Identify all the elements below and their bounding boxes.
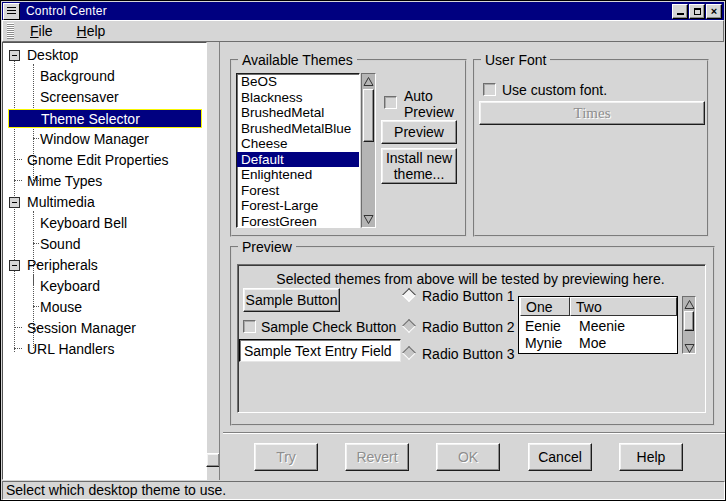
sidebar-item-screensaver[interactable]: Screensaver xyxy=(3,87,206,108)
menubar: File Help xyxy=(2,20,724,42)
table-cell-clipped: Tiger xyxy=(579,352,610,354)
theme-list-item[interactable]: ForestGreen xyxy=(237,214,359,229)
sidebar-item-mouse[interactable]: Mouse xyxy=(3,297,206,318)
close-button[interactable]: × xyxy=(706,4,722,19)
use-custom-font-label: Use custom font. xyxy=(502,82,607,98)
minimize-button[interactable] xyxy=(672,4,688,19)
table-cell-clipped: Catcha xyxy=(525,352,569,354)
collapse-expander-icon[interactable] xyxy=(9,197,20,208)
sidebar-item-multimedia[interactable]: Multimedia xyxy=(3,192,206,213)
preview-frame-title: Preview xyxy=(238,239,296,255)
cancel-button[interactable]: Cancel xyxy=(528,443,592,471)
menu-help[interactable]: Help xyxy=(69,21,114,41)
window-menu-icon[interactable] xyxy=(3,3,20,20)
sidebar-item-window-manager[interactable]: Window Manager xyxy=(3,129,206,150)
sidebar-tree: Desktop Background Screensaver Theme Sel… xyxy=(2,42,207,480)
titlebar-buttons: × xyxy=(672,4,722,19)
sidebar-item-theme-selector[interactable]: Theme Selector xyxy=(8,109,202,128)
table-cell: Mynie xyxy=(525,335,562,351)
collapse-expander-icon[interactable] xyxy=(9,260,20,271)
try-button[interactable]: Try xyxy=(254,443,318,471)
sidebar-item-peripherals[interactable]: Peripherals xyxy=(3,255,206,276)
user-font-frame-title: User Font xyxy=(481,52,550,68)
available-themes-frame-title: Available Themes xyxy=(238,52,357,68)
theme-list-item[interactable]: BrushedMetalBlue xyxy=(237,121,359,137)
titlebar[interactable]: Control Center × xyxy=(2,2,724,20)
table-header-one[interactable]: One xyxy=(520,297,570,316)
sidebar-item-keyboard-bell[interactable]: Keyboard Bell xyxy=(3,213,206,234)
preview-button[interactable]: Preview xyxy=(381,120,457,144)
theme-list-item-selected[interactable]: Default xyxy=(237,152,359,168)
theme-list: BeOS Blackness BrushedMetal BrushedMetal… xyxy=(236,73,360,228)
scroll-up-icon[interactable] xyxy=(362,75,375,88)
pane-divider[interactable] xyxy=(207,42,219,480)
theme-list-item[interactable]: BrushedMetal xyxy=(237,105,359,121)
sample-text-entry[interactable] xyxy=(239,339,401,362)
auto-preview-checkbox[interactable] xyxy=(384,96,397,109)
radio-label-2: Radio Button 2 xyxy=(422,319,515,335)
radio-label-3: Radio Button 3 xyxy=(422,346,515,362)
maximize-button[interactable] xyxy=(689,4,705,19)
minimize-icon xyxy=(677,13,684,15)
table-header-two[interactable]: Two xyxy=(570,297,677,316)
theme-list-item[interactable]: Forest xyxy=(237,183,359,199)
sample-table-scrollbar[interactable] xyxy=(682,296,696,354)
sample-check-button[interactable] xyxy=(243,320,256,333)
font-picker-button[interactable]: Times xyxy=(479,101,705,125)
theme-list-scrollbar[interactable] xyxy=(361,73,376,228)
sidebar-item-gnome-edit-properties[interactable]: Gnome Edit Properties xyxy=(3,150,206,171)
maximize-icon xyxy=(694,8,701,15)
menubar-grip-handle[interactable] xyxy=(7,23,14,39)
help-button[interactable]: Help xyxy=(619,443,683,471)
scroll-down-icon[interactable] xyxy=(683,342,696,355)
table-cell: Eenie xyxy=(525,318,561,334)
theme-list-item[interactable]: Cheese xyxy=(237,136,359,152)
sidebar-item-sound[interactable]: Sound xyxy=(3,234,206,255)
theme-list-item[interactable]: BeOS xyxy=(237,74,359,90)
sample-table: One Two Eenie Meenie Mynie Moe Catcha Ti… xyxy=(518,296,678,354)
pane-resize-handle[interactable] xyxy=(206,453,220,467)
radio-label-1: Radio Button 1 xyxy=(422,288,515,304)
theme-list-item[interactable]: Blackness xyxy=(237,90,359,106)
close-icon: × xyxy=(711,6,717,16)
scroll-down-icon[interactable] xyxy=(362,213,375,226)
use-custom-font-checkbox[interactable] xyxy=(483,83,496,96)
menu-lines-icon xyxy=(7,7,16,16)
sidebar-item-keyboard[interactable]: Keyboard xyxy=(3,276,206,297)
install-new-theme-button[interactable]: Install new theme... xyxy=(381,148,457,184)
collapse-expander-icon[interactable] xyxy=(9,50,20,61)
table-cell: Meenie xyxy=(579,318,625,334)
theme-list-item[interactable]: Enlightened xyxy=(237,167,359,183)
preview-caption: Selected themes from above will be teste… xyxy=(241,271,700,287)
window-title: Control Center xyxy=(26,4,107,18)
table-cell: Moe xyxy=(579,335,606,351)
statusbar: Select which desktop theme to use. xyxy=(2,481,725,500)
sample-button[interactable]: Sample Button xyxy=(243,288,340,312)
separator xyxy=(223,432,726,434)
scrollbar-thumb[interactable] xyxy=(363,89,374,142)
sidebar-item-background[interactable]: Background xyxy=(3,66,206,87)
sidebar-item-desktop[interactable]: Desktop xyxy=(3,45,206,66)
sidebar-item-mime-types[interactable]: Mime Types xyxy=(3,171,206,192)
ok-button[interactable]: OK xyxy=(436,443,500,471)
control-center-window: Control Center × File Help Deskto xyxy=(0,0,726,501)
scrollbar-thumb[interactable] xyxy=(684,311,694,331)
sidebar-item-url-handlers[interactable]: URL Handlers xyxy=(3,339,206,360)
auto-preview-label: Auto Preview xyxy=(404,88,466,120)
sidebar-item-session-manager[interactable]: Session Manager xyxy=(3,318,206,339)
revert-button[interactable]: Revert xyxy=(345,443,409,471)
scroll-up-icon[interactable] xyxy=(683,298,696,311)
theme-list-item[interactable]: Forest-Large xyxy=(237,198,359,214)
sample-check-label: Sample Check Button xyxy=(261,319,396,335)
menu-file[interactable]: File xyxy=(22,21,61,41)
